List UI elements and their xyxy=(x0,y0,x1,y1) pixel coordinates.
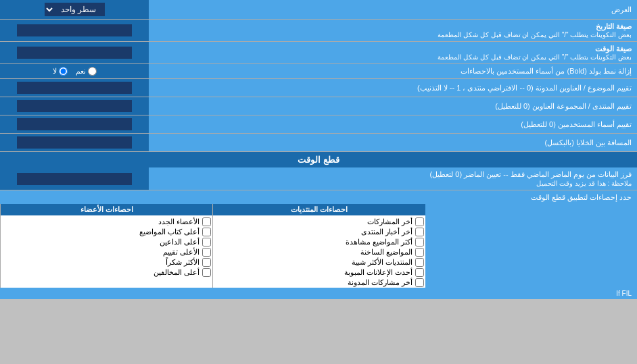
checkbox-members-3[interactable] xyxy=(202,238,211,246)
checkbox-members-4[interactable] xyxy=(202,248,211,257)
list-item: المواضيع الساخنة xyxy=(213,247,425,257)
list-item: الأعضاء الجدد xyxy=(1,217,212,227)
col2-title: احصاءات الأعضاء xyxy=(1,204,212,215)
topics-sorting-input[interactable]: 33 xyxy=(17,82,132,94)
forum-sorting-label: تقييم المنتدى / المجموعة العناوين (0 للت… xyxy=(149,97,637,115)
checkbox-members-2[interactable] xyxy=(202,228,211,236)
checkboxes-col2: احصاءات الأعضاء الأعضاء الجدد أعلى كتاب … xyxy=(0,204,212,288)
checkbox-forums-3[interactable] xyxy=(415,238,424,246)
bold-remove-input-cell: نعم لا xyxy=(0,64,149,78)
gap-between-label: المسافة بين الخلايا (بالبكسل) xyxy=(149,134,637,151)
bold-no-label[interactable]: لا xyxy=(53,67,68,76)
bold-yes-label[interactable]: نعم xyxy=(76,67,97,76)
topics-sorting-row: تقييم الموضوع / العناوين المدونة (0 -- ا… xyxy=(0,79,637,97)
bold-remove-row: إزالة نمط بولد (Bold) من أسماء المستخدمي… xyxy=(0,64,637,79)
checkboxes-col1: احصاءات المنتديات أخر المشاركات أخر أخبا… xyxy=(212,204,425,288)
checkbox-members-5[interactable] xyxy=(202,258,211,267)
time-cut-filter-row: فرز البيانات من يوم الماضر الماضي فقط --… xyxy=(0,167,637,190)
list-item: أحدث الإعلانات المبوبة xyxy=(213,267,425,278)
date-format-row: صيغة التاريخ بعض التكوينات يتطلب "/" الت… xyxy=(0,20,637,42)
checkboxes-area: احصاءات المنتديات أخر المشاركات أخر أخبا… xyxy=(0,204,637,288)
topics-sorting-input-cell: 33 xyxy=(0,79,149,97)
time-cut-filter-input-cell: 0 xyxy=(0,167,149,190)
forum-sorting-input-cell: 33 xyxy=(0,97,149,115)
date-format-input[interactable]: d-m xyxy=(17,24,132,36)
display-label: العرض xyxy=(149,0,637,19)
list-item: أعلى المخالفين xyxy=(1,267,212,278)
display-input-cell: سطر واحد سطرين ثلاثة أسطر xyxy=(0,0,149,19)
forum-sorting-input[interactable]: 33 xyxy=(17,100,132,112)
bold-yes-radio[interactable] xyxy=(88,67,97,76)
display-row: العرض سطر واحد سطرين ثلاثة أسطر xyxy=(0,0,637,20)
time-format-input[interactable]: H:i xyxy=(17,47,132,59)
list-item: أخر المشاركات xyxy=(213,217,425,227)
list-item: الأكثر شكراً xyxy=(1,257,212,267)
users-sorting-input-cell: 0 xyxy=(0,115,149,133)
gap-between-input[interactable]: 2 xyxy=(17,136,132,149)
checkbox-forums-1[interactable] xyxy=(415,217,424,226)
checkbox-forums-4[interactable] xyxy=(415,248,424,257)
list-item: المنتديات الأكثر شبية xyxy=(213,257,425,267)
date-format-input-cell: d-m xyxy=(0,20,149,41)
time-cut-filter-label: فرز البيانات من يوم الماضر الماضي فقط --… xyxy=(149,167,637,190)
time-cut-filter-input[interactable]: 0 xyxy=(17,173,132,185)
col1-title: احصاءات المنتديات xyxy=(213,204,425,215)
topics-sorting-label: تقييم الموضوع / العناوين المدونة (0 -- ا… xyxy=(149,79,637,97)
list-item: أخر أخبار المنتدى xyxy=(213,227,425,237)
gap-between-input-cell: 2 xyxy=(0,134,149,151)
checkbox-forums-5[interactable] xyxy=(415,258,424,267)
time-cut-section-title: قطع الوقت xyxy=(0,152,637,167)
list-item: الأعلى تقييم xyxy=(1,247,212,257)
display-dropdown[interactable]: سطر واحد سطرين ثلاثة أسطر xyxy=(45,3,105,16)
stats-limit-row: حدد إحصاءات لتطبيق قطع الوقت xyxy=(0,190,637,204)
checkbox-members-1[interactable] xyxy=(202,217,211,226)
checkbox-forums-6[interactable] xyxy=(415,268,424,277)
list-item: أعلى الداعين xyxy=(1,237,212,247)
bottom-note: If FIL xyxy=(0,288,637,299)
time-format-label: صيغة الوقت بعض التكوينات يتطلب "/" التي … xyxy=(149,42,637,63)
users-sorting-row: تقييم أسماء المستخدمين (0 للتعطيل) 0 xyxy=(0,115,637,134)
bold-remove-label: إزالة نمط بولد (Bold) من أسماء المستخدمي… xyxy=(149,64,637,78)
date-format-label: صيغة التاريخ بعض التكوينات يتطلب "/" الت… xyxy=(149,20,637,41)
limit-spacer xyxy=(425,204,637,288)
list-item: أخر مشاركات المدونة xyxy=(213,278,425,288)
forum-sorting-row: تقييم المنتدى / المجموعة العناوين (0 للت… xyxy=(0,97,637,115)
time-format-row: صيغة الوقت بعض التكوينات يتطلب "/" التي … xyxy=(0,42,637,64)
bold-no-radio[interactable] xyxy=(59,67,68,76)
checkbox-forums-2[interactable] xyxy=(415,228,424,236)
users-sorting-input[interactable]: 0 xyxy=(17,118,132,130)
gap-between-row: المسافة بين الخلايا (بالبكسل) 2 xyxy=(0,134,637,152)
list-item: أعلى كتاب المواضيع xyxy=(1,227,212,237)
time-format-input-cell: H:i xyxy=(0,42,149,63)
checkbox-members-6[interactable] xyxy=(202,268,211,277)
stats-limit-label: حدد إحصاءات لتطبيق قطع الوقت xyxy=(531,193,632,201)
users-sorting-label: تقييم أسماء المستخدمين (0 للتعطيل) xyxy=(149,115,637,133)
list-item: أكثر المواضيع مشاهدة xyxy=(213,237,425,247)
checkbox-forums-7[interactable] xyxy=(415,278,424,287)
